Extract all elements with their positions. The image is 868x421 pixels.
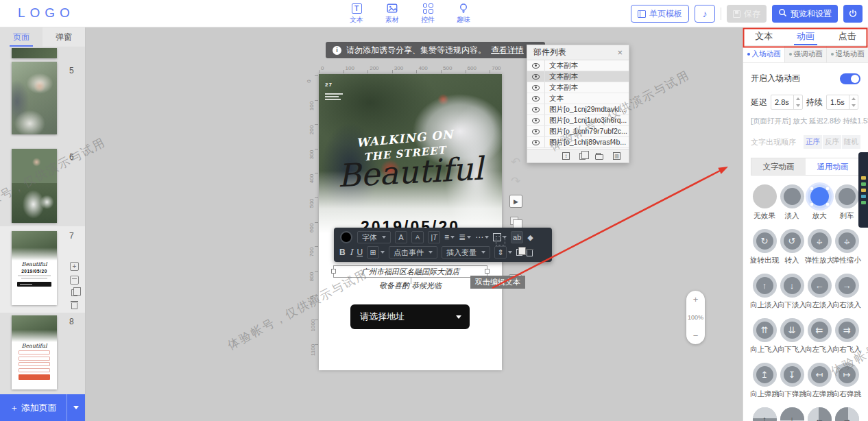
animation-option-expand-left[interactable]: ←向左展开 [806,407,833,421]
animation-option-fly-down[interactable]: ⇊向下飞入 [778,318,806,354]
tab-popup[interactable]: 弹窗 [43,27,85,47]
align-select[interactable]: ≡ [444,232,455,242]
font-family-select[interactable]: 字体 [357,231,391,243]
entrance-animation-toggle[interactable] [840,73,860,84]
add-element-button[interactable]: + [69,261,80,272]
duration-increase-button[interactable] [849,95,858,102]
design-page[interactable]: 27 WALKING ON THE STREET Beautiful 2019/… [319,74,502,370]
redo-icon[interactable]: ↷ [511,174,520,189]
page-thumbnail-6[interactable] [12,149,57,223]
widget-list-item[interactable]: 图片[o_1chlj89vrasf4b... [527,137,629,148]
animation-option-none[interactable]: 无效果 [751,184,778,220]
animation-option-fade-down[interactable]: ↓向下淡入 [778,274,806,309]
letter-spacing-select[interactable]: ⋯ [475,232,489,242]
animation-option-bounce-down[interactable]: ↧向下弹跳 [778,363,806,398]
tool-text[interactable]: T 文本 [344,2,369,25]
animation-option-bounce-up[interactable]: ↥向上弹跳 [751,363,778,398]
music-button[interactable]: ♪ [695,5,715,23]
zoom-in-button[interactable]: + [693,295,699,304]
bold-button[interactable]: B [339,248,346,257]
visibility-eye-icon[interactable] [527,137,545,147]
visibility-eye-icon[interactable] [527,115,545,125]
visibility-eye-icon[interactable] [527,93,545,104]
widget-list-item[interactable]: 文本副本 [527,71,629,82]
animation-option-elastic-shrink[interactable]: ↔↕弹性缩小 [833,229,860,265]
animation-option-expand-down[interactable]: ↓向下展开 [778,407,806,421]
address-select[interactable]: 请选择地址 [350,304,470,329]
delete-grid-icon[interactable]: ▥ [613,152,620,160]
line-spacing-select[interactable]: ≣ [459,232,471,242]
animation-option-expand-up[interactable]: ↑向上展开 [751,407,778,421]
copy-page-button[interactable] [69,287,80,298]
duration-decrease-button[interactable] [849,102,858,109]
warning-details-link[interactable]: 查看详情 [491,45,524,56]
page-thumbnail-5[interactable] [12,62,57,134]
animation-option-fly-right[interactable]: ⇉向右飞入 [833,318,860,354]
tool-asset[interactable]: 素材 [380,2,405,25]
insert-page-button[interactable] [69,275,80,285]
folder-icon[interactable] [595,154,603,160]
font-color-swatch[interactable] [341,232,351,242]
position-select[interactable]: ⊞ [367,246,385,258]
animation-option-fade-left[interactable]: ←向左淡入 [806,274,833,309]
visibility-eye-icon[interactable] [527,104,545,115]
animation-option-brake[interactable]: 刹车 [833,184,860,220]
subtab-entrance[interactable]: 入场动画 [743,46,784,62]
resize-handle-right[interactable] [485,269,490,274]
letter-case-button[interactable]: A [411,231,424,243]
widget-list-item[interactable]: 图片[o_1cnj29mdtavkl... [527,104,629,115]
delay-decrease-button[interactable] [794,102,802,109]
animation-option-fly-up[interactable]: ⇈向上飞入 [751,318,778,354]
add-page-button[interactable]: ＋ 添加页面 [0,394,67,421]
save-button[interactable]: 保存 [727,5,767,23]
animation-option-fade-right[interactable]: →向右淡入 [833,274,860,309]
animation-option-bounce-right[interactable]: ↦向右弹跳 [833,363,860,398]
eraser-icon[interactable]: ◆ [527,233,533,242]
widget-list-item[interactable]: 文本副本 [527,60,629,71]
trash-icon[interactable] [527,248,533,256]
delay-input[interactable]: 2.8s [771,95,793,109]
tool-widget[interactable]: 控件 [415,2,440,25]
subtab-exit[interactable]: 退场动画 [826,46,868,62]
animation-option-zoom-in[interactable]: 放大 [806,184,833,220]
add-page-dropdown-button[interactable] [67,394,85,421]
vertical-spacing-select[interactable]: ⇕ [494,246,512,258]
vertical-text-button[interactable]: |T [428,231,440,243]
subtab-emphasis[interactable]: 强调动画 [784,46,826,62]
highlight-button[interactable]: ab [511,231,523,243]
visibility-eye-icon[interactable] [527,71,545,82]
order-reverse-button[interactable]: 反序 [823,135,841,149]
order-random-button[interactable]: 随机 [842,135,860,149]
animation-option-bounce-left[interactable]: ↤向左弹跳 [806,363,833,398]
feedback-edge-widget[interactable] [858,152,868,228]
tab-text[interactable]: 文本 [743,27,785,45]
animation-option-fade-up[interactable]: ↑向上淡入 [751,274,778,309]
single-page-template-button[interactable]: 单页模板 [631,5,689,23]
widget-list-item[interactable]: 图片[o_1cnj1uto3ih6rq... [527,115,629,126]
animation-option-rotate-cw[interactable]: ↻旋转出现 [751,229,778,265]
animation-option-fade[interactable]: 淡入 [778,184,806,220]
tab-text-animation[interactable]: 文字动画 [751,158,806,175]
selected-text-element[interactable]: 广州市福田区名融国际大酒店 [333,265,487,278]
duration-input[interactable]: 1.5s [827,95,849,109]
close-icon[interactable]: × [617,47,623,58]
animation-option-elastic-grow[interactable]: ↔↕弹性放大 [806,229,833,265]
animation-option-fly-left[interactable]: ⇇向左飞入 [806,318,833,354]
animation-option-expand-right[interactable]: →向右展开 [833,407,860,421]
power-button[interactable] [843,5,863,23]
visibility-eye-icon[interactable] [527,126,545,136]
copy-icon[interactable] [579,153,586,160]
tab-animation[interactable]: 动画 [785,27,827,45]
italic-button[interactable]: I [350,248,353,257]
preview-settings-button[interactable]: 预览和设置 [772,5,838,23]
animation-option-rotate-ccw[interactable]: ↺转入 [778,229,806,265]
widget-list-item[interactable]: 图片[o_1cnh79r7ubf2c... [527,126,629,137]
undo-icon[interactable]: ↶ [511,155,520,169]
play-preview-button[interactable]: ▶ [509,195,522,208]
layers-icon[interactable] [510,217,518,225]
order-forward-button[interactable]: 正序 [804,135,822,149]
delay-increase-button[interactable] [794,95,802,102]
tool-fun[interactable]: 趣味 [451,2,476,25]
visibility-eye-icon[interactable] [527,60,545,71]
widget-list-item[interactable]: 文本 [527,93,629,104]
